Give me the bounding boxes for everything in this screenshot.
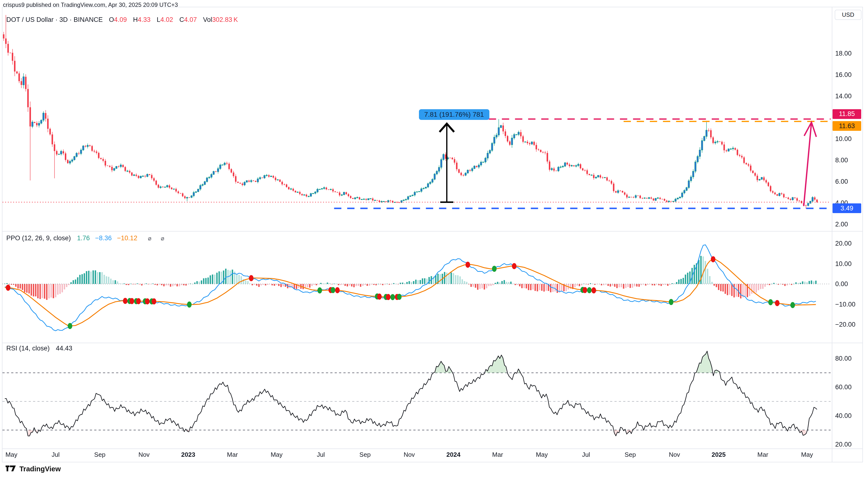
price-badge-11.85[interactable]: 11.85 bbox=[833, 109, 861, 119]
annotation-arrows-layer bbox=[0, 0, 868, 482]
price-badge-11.63[interactable]: 11.63 bbox=[833, 121, 861, 131]
price-badge-3.49[interactable]: 3.49 bbox=[833, 203, 861, 213]
measure-arrow[interactable] bbox=[440, 124, 454, 202]
measure-annotation-label[interactable]: 7.81 (191.76%) 781 bbox=[419, 109, 489, 120]
price-target-arrow[interactable] bbox=[804, 122, 816, 206]
